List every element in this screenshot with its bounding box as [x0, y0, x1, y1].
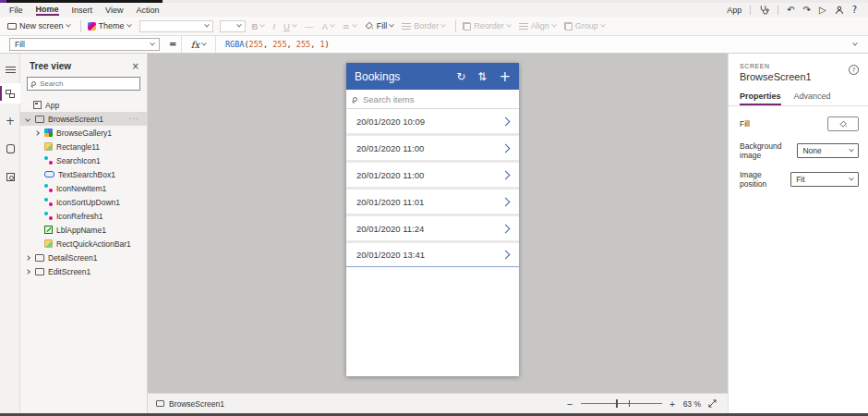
next-arrow-icon[interactable] — [501, 170, 511, 179]
chevron-right-icon[interactable] — [34, 130, 40, 136]
menu-action[interactable]: Action — [136, 6, 159, 15]
reorder-button[interactable]: Reorder — [463, 21, 511, 31]
more-options-icon[interactable]: ··· — [129, 115, 147, 123]
divider — [455, 20, 456, 32]
insert-rail-icon[interactable]: + — [0, 111, 20, 131]
tree-item-label: IconRefresh1 — [56, 212, 103, 221]
redo-icon[interactable]: ↷ — [803, 6, 811, 15]
chevron-down-icon[interactable] — [25, 116, 30, 122]
menu-insert[interactable]: Insert — [72, 6, 93, 15]
formula-input[interactable]: RGBA(255, 255, 255, 1) — [225, 40, 330, 49]
app-title-label[interactable]: Bookings — [355, 70, 400, 83]
align-button[interactable]: Align — [519, 21, 556, 31]
zoom-out-button[interactable]: − — [566, 399, 573, 409]
share-person-icon[interactable] — [835, 6, 844, 15]
theme-button[interactable]: Theme — [88, 21, 131, 31]
tree-item-detailscreen1[interactable]: DetailScreen1 — [20, 251, 147, 264]
tree-item-browsescreen1[interactable]: BrowseScreen1 ··· — [20, 112, 147, 126]
bold-button[interactable]: B — [252, 21, 265, 31]
gallery-item[interactable]: 20/01/2020 11:00 — [346, 163, 519, 187]
font-family-select[interactable] — [139, 20, 213, 32]
close-icon[interactable]: × — [132, 61, 139, 71]
border-button[interactable]: Border — [402, 21, 445, 31]
tree-item-app[interactable]: App — [20, 98, 147, 112]
chevron-right-icon[interactable] — [25, 269, 30, 275]
zoom-in-button[interactable]: + — [669, 399, 676, 409]
tree-item-lblappname1[interactable]: LblAppName1 — [20, 223, 147, 237]
new-screen-button[interactable]: New screen — [7, 21, 70, 31]
text-align-button[interactable]: ≡ — [343, 21, 356, 31]
next-arrow-icon[interactable] — [501, 224, 511, 233]
tree-view-rail-icon[interactable] — [0, 83, 20, 104]
chevron-right-icon[interactable] — [25, 255, 30, 261]
screen-icon — [35, 254, 44, 262]
zoom-percentage[interactable]: 63 % — [683, 399, 701, 409]
app-scope-button[interactable]: App — [727, 6, 741, 15]
panel-tabs: Properties Advanced — [740, 92, 859, 105]
phone-screen-preview[interactable]: Bookings ↻ ⇅ + Search items 20/01/2020 1… — [346, 63, 519, 376]
tree-search-input[interactable] — [40, 80, 123, 88]
zoom-slider-handle[interactable] — [616, 399, 618, 408]
panel-help-icon[interactable]: ? — [849, 65, 859, 75]
tab-advanced[interactable]: Advanced — [794, 92, 831, 105]
tab-properties[interactable]: Properties — [740, 92, 781, 105]
tree-item-iconsortupdown1[interactable]: IconSortUpDown1 — [20, 195, 147, 209]
property-selector[interactable]: Fill — [9, 38, 160, 51]
fx-icon: fx — [191, 40, 199, 50]
reorder-icon — [463, 22, 471, 31]
tree-item-rectquickactionbar1[interactable]: RectQuickActionBar1 — [20, 237, 147, 251]
media-rail-icon[interactable] — [0, 166, 20, 187]
underline-button[interactable]: U — [283, 21, 296, 31]
background-image-value: None — [802, 146, 821, 155]
formula-expand-chevron[interactable] — [852, 41, 858, 46]
tree-item-editscreen1[interactable]: EditScreen1 — [20, 264, 147, 278]
help-icon[interactable]: ? — [852, 6, 857, 15]
italic-button[interactable]: I — [272, 21, 275, 31]
fit-to-window-icon[interactable] — [708, 399, 717, 408]
background-image-select[interactable]: None — [797, 143, 859, 158]
font-color-button[interactable]: A — [321, 21, 333, 31]
browse-gallery[interactable]: 20/01/2020 10:09 20/01/2020 11:00 20/01/… — [346, 109, 519, 267]
fill-button[interactable]: Fill — [365, 21, 394, 31]
tree-item-iconnewitem1[interactable]: IconNewItem1 — [20, 181, 147, 195]
fx-button[interactable]: fx — [181, 36, 216, 53]
fill-color-picker-button[interactable] — [827, 116, 859, 131]
next-arrow-icon[interactable] — [501, 143, 511, 153]
menu-file[interactable]: File — [9, 6, 23, 15]
gallery-item[interactable]: 20/01/2020 11:00 — [346, 136, 519, 160]
app-checker-icon[interactable] — [759, 5, 769, 15]
tree-item-rectangle11[interactable]: Rectangle11 — [20, 140, 147, 153]
tree-item-searchicon1[interactable]: SearchIcon1 — [20, 153, 147, 167]
gallery-item[interactable]: 20/01/2020 10:09 — [346, 109, 519, 133]
menu-view[interactable]: View — [105, 6, 123, 15]
gallery-header-bar[interactable]: Bookings ↻ ⇅ + — [346, 63, 519, 90]
tree-item-iconrefresh1[interactable]: IconRefresh1 — [20, 209, 147, 223]
group-button[interactable]: Group — [564, 21, 605, 31]
current-screen-indicator[interactable]: BrowseScreen1 — [148, 399, 224, 409]
new-item-icon[interactable]: + — [499, 71, 511, 82]
next-arrow-icon[interactable] — [501, 251, 511, 260]
tree-item-textsearchbox1[interactable]: TextSearchBox1 — [20, 167, 147, 181]
gallery-item[interactable]: 20/01/2020 11:01 — [346, 190, 519, 214]
zoom-slider-tick — [629, 400, 630, 407]
tree-search-box[interactable] — [27, 77, 140, 91]
tree-item-browsegallery1[interactable]: BrowseGallery1 — [20, 126, 147, 140]
zoom-slider[interactable] — [581, 403, 662, 404]
hamburger-menu-icon[interactable] — [0, 59, 20, 80]
play-preview-icon[interactable]: ▷ — [819, 6, 826, 15]
sort-icon[interactable]: ⇅ — [477, 71, 487, 82]
strikethrough-button[interactable]: — — [305, 21, 314, 31]
gallery-search-box[interactable]: Search items — [346, 90, 519, 109]
gallery-item[interactable]: 20/01/2020 13:41 — [346, 243, 519, 267]
align-label: Align — [531, 21, 549, 31]
undo-icon[interactable]: ↶ — [787, 6, 794, 15]
menu-home[interactable]: Home — [36, 5, 59, 16]
image-position-select[interactable]: Fit — [790, 172, 859, 187]
refresh-icon[interactable]: ↻ — [456, 71, 465, 82]
next-arrow-icon[interactable] — [501, 197, 511, 206]
design-canvas[interactable]: Bookings ↻ ⇅ + Search items 20/01/2020 1… — [148, 54, 728, 393]
font-size-select[interactable] — [220, 20, 246, 32]
next-arrow-icon[interactable] — [501, 116, 511, 126]
gallery-item[interactable]: 20/01/2020 11:24 — [346, 216, 519, 240]
data-rail-icon[interactable] — [0, 139, 20, 159]
